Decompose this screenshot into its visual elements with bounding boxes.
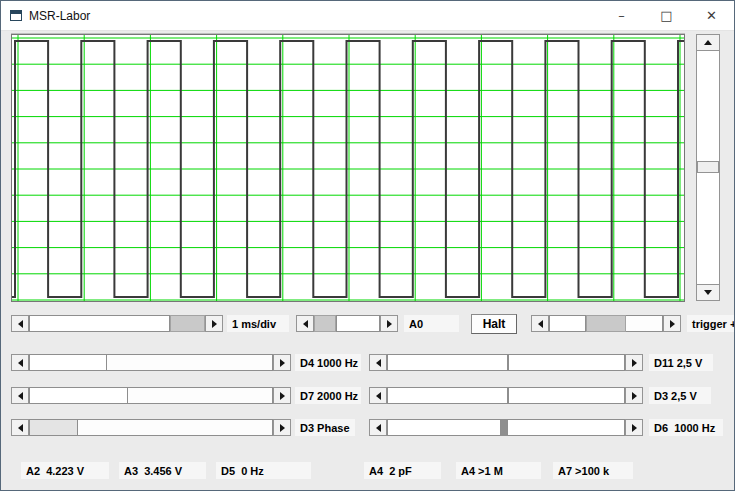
phase-right-arrow[interactable] [273,419,291,436]
phase-track[interactable] [78,419,273,436]
caption-buttons: – □ ✕ [599,1,734,30]
d11-right-arrow[interactable] [625,354,643,371]
d7-thumb[interactable] [29,387,128,404]
d6-right-arrow[interactable] [625,419,643,436]
channel-label: A0 [404,315,459,332]
slider-d7[interactable] [11,387,291,404]
d3v-track-right[interactable] [508,387,625,404]
trigger-scrollbar[interactable] [531,315,681,332]
app-window: MSR-Labor – □ ✕ 1 ms/div A0 Halt [0,0,735,491]
window-title: MSR-Labor [29,9,90,23]
d11-track-right[interactable] [508,354,625,371]
d6-label: D6 1000 Hz [649,419,723,436]
readout-a7: A7 >100 k [553,462,633,479]
slider-phase[interactable] [11,419,291,436]
d3v-label: D3 2,5 V [649,387,711,404]
app-icon [10,10,22,21]
right-arrow-icon [387,320,392,328]
d6-left-arrow[interactable] [369,419,387,436]
trigger-thumb[interactable] [586,315,626,332]
left-arrow-icon [18,359,23,367]
timebase-left-arrow[interactable] [11,315,29,332]
timebase-right-arrow[interactable] [205,315,223,332]
right-arrow-icon [632,392,637,400]
minimize-button[interactable]: – [599,1,644,30]
right-arrow-icon [632,424,637,432]
d3v-right-arrow[interactable] [625,387,643,404]
d7-right-arrow[interactable] [273,387,291,404]
halt-button[interactable]: Halt [471,314,517,334]
trigger-left-arrow[interactable] [531,315,549,332]
d3v-track-left[interactable] [387,387,508,404]
trigger-track-right[interactable] [626,315,663,332]
readout-a4c: A4 2 pF [364,462,441,479]
vertical-scrollbar-track[interactable] [696,51,720,284]
d6-track-left[interactable] [387,419,501,436]
d11-track-left[interactable] [387,354,508,371]
title-bar: MSR-Labor – □ ✕ [1,1,734,31]
down-arrow-icon [704,290,712,295]
right-arrow-icon [632,359,637,367]
left-arrow-icon [538,320,543,328]
d6-track-right[interactable] [507,419,625,436]
timebase-scrollbar[interactable] [11,315,223,332]
up-arrow-icon [704,40,712,45]
slider-d6[interactable] [369,419,643,436]
left-arrow-icon [303,320,308,328]
right-arrow-icon [280,392,285,400]
readout-a4r: A4 >1 M [456,462,541,479]
d7-track[interactable] [128,387,273,404]
right-arrow-icon [670,320,675,328]
channel-left-arrow[interactable] [296,315,314,332]
d4-right-arrow[interactable] [273,354,291,371]
d4-track[interactable] [107,354,273,371]
d7-label: D7 2000 Hz [295,387,361,404]
slider-d3v[interactable] [369,387,643,404]
left-arrow-icon [376,359,381,367]
right-arrow-icon [280,359,285,367]
scroll-up-button[interactable] [696,34,720,51]
left-arrow-icon [376,424,381,432]
left-arrow-icon [18,392,23,400]
right-arrow-icon [212,320,217,328]
vertical-scrollbar-thumb[interactable] [697,161,719,173]
d4-thumb[interactable] [29,354,107,371]
right-arrow-icon [280,424,285,432]
phase-label: D3 Phase [295,419,355,436]
readout-d5: D5 0 Hz [216,462,311,479]
channel-track[interactable] [314,315,336,332]
scroll-down-button[interactable] [696,284,720,301]
readout-a3: A3 3.456 V [119,462,206,479]
left-arrow-icon [376,392,381,400]
timebase-track[interactable] [29,315,170,332]
d4-left-arrow[interactable] [11,354,29,371]
phase-left-arrow[interactable] [11,419,29,436]
trigger-label: trigger + [687,315,735,332]
trigger-track-left[interactable] [549,315,586,332]
channel-right-arrow[interactable] [380,315,398,332]
left-arrow-icon [18,320,23,328]
maximize-button[interactable]: □ [644,1,689,30]
timebase-thumb[interactable] [170,315,205,332]
d4-label: D4 1000 Hz [295,354,361,371]
trigger-right-arrow[interactable] [663,315,681,332]
slider-d4[interactable] [11,354,291,371]
d11-left-arrow[interactable] [369,354,387,371]
readout-a2: A2 4.223 V [21,462,109,479]
phase-thumb[interactable] [29,419,78,436]
d11-label: D11 2,5 V [649,354,713,371]
timebase-label: 1 ms/div [227,315,289,332]
d7-left-arrow[interactable] [11,387,29,404]
d3v-left-arrow[interactable] [369,387,387,404]
scope-canvas [12,35,684,301]
close-button[interactable]: ✕ [689,1,734,30]
oscilloscope-display [11,34,685,302]
left-arrow-icon [18,424,23,432]
slider-d11[interactable] [369,354,643,371]
channel-scrollbar[interactable] [296,315,398,332]
vertical-scrollbar[interactable] [696,34,720,301]
channel-thumb[interactable] [336,315,380,332]
